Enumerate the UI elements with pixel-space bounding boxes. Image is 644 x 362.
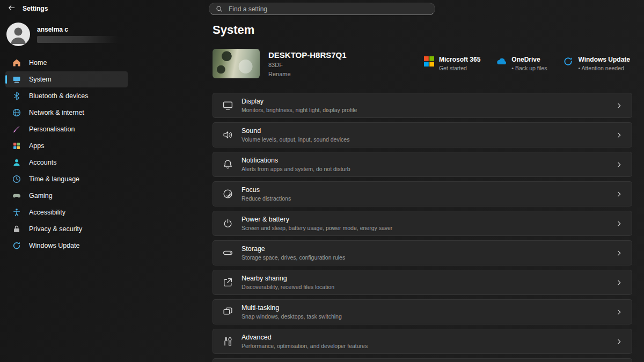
quick-link-onedrive[interactable]: OneDrive • Back up files	[496, 56, 547, 71]
sidebar-item-bluetooth-devices[interactable]: Bluetooth & devices	[5, 88, 128, 104]
accessibility-icon	[12, 208, 21, 217]
user-profile[interactable]: anselma c	[5, 20, 156, 54]
sidebar-item-label: System	[29, 76, 52, 83]
microsoft-365-icon	[424, 56, 434, 67]
settings-row-sound[interactable]: Sound Volume levels, output, input, soun…	[213, 122, 632, 147]
sidebar-nav: Home System Bluetooth & devices Network …	[5, 55, 156, 254]
rename-link[interactable]: Rename	[268, 71, 347, 77]
user-info: anselma c	[37, 26, 119, 43]
settings-row-advanced[interactable]: Advanced Performance, optimisation, and …	[213, 329, 632, 354]
settings-row-partial[interactable]	[213, 358, 632, 362]
chevron-right-icon	[616, 131, 623, 139]
sidebar-item-privacy-security[interactable]: Privacy & security	[5, 221, 128, 237]
row-title: Storage	[241, 245, 345, 253]
sidebar-item-personalisation[interactable]: Personalisation	[5, 121, 128, 137]
chevron-right-icon	[616, 102, 623, 109]
search-box[interactable]	[209, 3, 435, 15]
settings-row-focus[interactable]: Focus Reduce distractions	[213, 181, 632, 206]
device-header: DESKTOP-H8RS7Q1 83DF Rename Microsoft 36…	[213, 49, 632, 78]
sound-icon	[222, 129, 233, 141]
quick-link-text: Windows Update • Attention needed	[578, 56, 630, 71]
device-name: DESKTOP-H8RS7Q1	[268, 50, 347, 60]
sidebar-item-label: Personalisation	[29, 125, 75, 133]
quick-link-status: • Attention needed	[578, 65, 630, 71]
row-title: Power & battery	[241, 216, 392, 223]
onedrive-icon	[496, 56, 507, 67]
row-subtitle: Discoverability, received files location	[241, 284, 334, 290]
row-subtitle: Snap windows, desktops, task switching	[241, 313, 342, 320]
sidebar-item-accessibility[interactable]: Accessibility	[5, 204, 128, 220]
quick-link-status: • Back up files	[511, 65, 547, 71]
settings-row-display[interactable]: Display Monitors, brightness, night ligh…	[213, 93, 632, 118]
back-button[interactable]	[4, 2, 18, 16]
sidebar-item-network-internet[interactable]: Network & internet	[5, 105, 128, 121]
sidebar-item-label: Gaming	[29, 192, 53, 200]
sidebar-item-label: Apps	[29, 142, 45, 150]
personalisation-icon	[12, 125, 21, 134]
back-arrow-icon	[8, 4, 16, 14]
row-text: Notifications Alerts from apps and syste…	[241, 157, 350, 172]
row-title: Display	[241, 98, 357, 105]
quick-link-title: Microsoft 365	[439, 56, 480, 63]
row-subtitle: Monitors, brightness, night light, displ…	[241, 107, 357, 113]
sidebar-item-label: Privacy & security	[29, 225, 82, 233]
row-title: Focus	[241, 186, 291, 194]
quick-link-windows-update[interactable]: Windows Update • Attention needed	[563, 56, 630, 71]
chevron-right-icon	[616, 249, 623, 257]
row-text: Storage Storage space, drives, configura…	[241, 245, 345, 261]
quick-links: Microsoft 365 Get started OneDrive • Bac…	[424, 56, 632, 71]
sidebar-item-accounts[interactable]: Accounts	[5, 154, 128, 171]
chevron-right-icon	[616, 190, 623, 198]
settings-row-nearby-sharing[interactable]: Nearby sharing Discoverability, received…	[213, 270, 632, 295]
row-text: Sound Volume levels, output, input, soun…	[241, 127, 349, 143]
row-subtitle: Alerts from apps and system, do not dist…	[241, 166, 350, 172]
sidebar-item-label: Bluetooth & devices	[29, 92, 89, 100]
sidebar-item-system[interactable]: System	[5, 71, 128, 87]
chevron-right-icon	[616, 279, 623, 286]
row-subtitle: Volume levels, output, input, sound devi…	[241, 136, 349, 143]
search-input[interactable]	[228, 5, 428, 13]
device-info: DESKTOP-H8RS7Q1 83DF Rename	[268, 50, 347, 77]
quick-link-text: Microsoft 365 Get started	[439, 56, 480, 71]
row-text: Nearby sharing Discoverability, received…	[241, 275, 334, 290]
sidebar: anselma c Home System Bluetooth & device…	[0, 17, 156, 362]
settings-row-storage[interactable]: Storage Storage space, drives, configura…	[213, 240, 632, 265]
row-subtitle: Storage space, drives, configuration rul…	[241, 254, 345, 261]
settings-row-notifications[interactable]: Notifications Alerts from apps and syste…	[213, 152, 632, 177]
row-text: Focus Reduce distractions	[241, 186, 291, 202]
settings-row-power-battery[interactable]: Power & battery Screen and sleep, batter…	[213, 211, 632, 236]
chevron-right-icon	[616, 161, 623, 168]
sidebar-item-time-language[interactable]: Time & language	[5, 171, 128, 187]
display-icon	[222, 100, 233, 111]
sidebar-item-label: Accounts	[29, 159, 56, 166]
row-title: Sound	[241, 127, 349, 135]
settings-row-multitasking[interactable]: Multi-tasking Snap windows, desktops, ta…	[213, 299, 632, 324]
sidebar-item-home[interactable]: Home	[5, 55, 128, 71]
privacy-icon	[12, 225, 21, 233]
sidebar-item-apps[interactable]: Apps	[5, 138, 128, 154]
advanced-tools-icon	[222, 336, 233, 347]
search-icon	[216, 5, 223, 12]
sidebar-item-windows-update[interactable]: Windows Update	[5, 238, 128, 254]
sidebar-item-label: Time & language	[29, 175, 79, 183]
user-email-redacted	[37, 36, 119, 43]
row-subtitle: Reduce distractions	[241, 195, 291, 202]
quick-link-microsoft-365[interactable]: Microsoft 365 Get started	[424, 56, 480, 71]
row-title: Notifications	[241, 157, 350, 164]
sidebar-item-gaming[interactable]: Gaming	[5, 188, 128, 204]
settings-rows: Display Monitors, brightness, night ligh…	[213, 93, 632, 362]
multitasking-icon	[222, 306, 233, 317]
quick-link-text: OneDrive • Back up files	[511, 56, 547, 71]
power-icon	[222, 218, 233, 229]
sidebar-item-label: Accessibility	[29, 209, 65, 216]
accounts-icon	[12, 158, 21, 167]
nearby-sharing-icon	[222, 277, 233, 288]
bluetooth-icon	[12, 92, 21, 100]
main-content: System DESKTOP-H8RS7Q1 83DF Rename Micro…	[213, 17, 632, 362]
row-title: Nearby sharing	[241, 275, 334, 282]
notifications-icon	[222, 159, 233, 170]
row-text: Display Monitors, brightness, night ligh…	[241, 98, 357, 113]
gaming-icon	[12, 191, 21, 200]
user-avatar-icon	[6, 23, 30, 46]
row-text: Multi-tasking Snap windows, desktops, ta…	[241, 304, 342, 320]
